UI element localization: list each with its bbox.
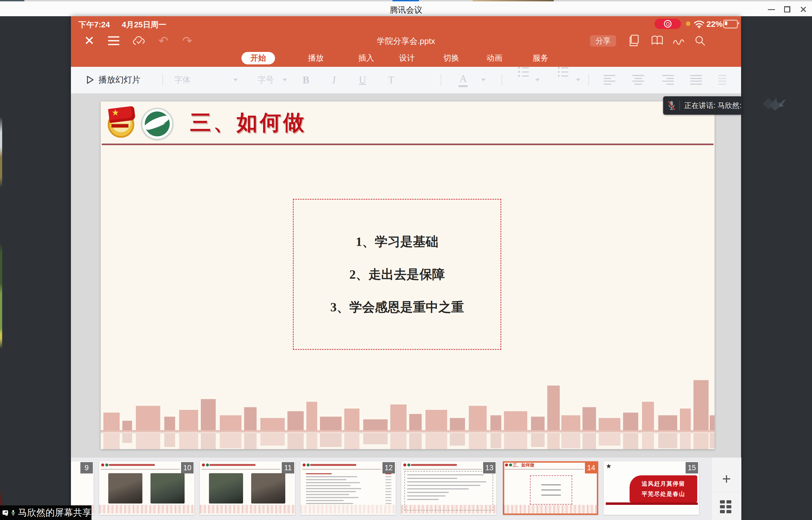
slide-point: 3、学会感恩是重中之重 (330, 299, 464, 316)
city-skyline-illustration (101, 375, 715, 449)
align-justify-button[interactable] (690, 67, 702, 93)
mini-title-bar (310, 464, 356, 466)
slide-heading: 三、如何做 (190, 108, 306, 137)
divider (502, 74, 502, 86)
align-right-button[interactable] (662, 67, 674, 93)
mini-quote-banner: 追风赶月莫停留 平芜尽处是春山 (630, 475, 697, 502)
chevron-down-icon[interactable] (481, 79, 486, 81)
slide-point: 2、走出去是保障 (350, 266, 445, 283)
align-left-button[interactable] (604, 67, 615, 93)
mini-title-bar (209, 464, 255, 466)
slide-number-badge: 12 (382, 462, 395, 473)
slide-number-badge: 13 (483, 462, 496, 473)
current-slide: ★ 三、如何做 1、学习是基础 2、走出去是保障 3、学会感恩是重中之重 (101, 101, 715, 449)
wifi-icon (693, 19, 705, 28)
tab-home[interactable]: 开始 (242, 52, 275, 64)
search-icon[interactable] (692, 31, 708, 50)
thumbnail-slide-15[interactable]: ★ 追风赶月莫停留 平芜尽处是春山 15 (604, 461, 699, 515)
tablet-statusbar: 下午7:24 4月25日周一 22% (71, 16, 741, 31)
mini-skyline (503, 505, 598, 514)
mini-logos-icon (303, 464, 310, 466)
chevron-down-icon[interactable] (233, 79, 238, 81)
thumbnail-slide-14-selected[interactable]: 三、如何做 14 (503, 461, 598, 515)
meeting-stage: 下午7:24 4月25日周一 22% ✕ (0, 16, 812, 520)
mini-skyline (401, 505, 497, 514)
bullet-list-button[interactable] (518, 67, 529, 93)
mic-active-icon (11, 508, 16, 518)
date: 4月25日周一 (122, 20, 166, 30)
slide-grid-view-button[interactable] (720, 500, 733, 513)
minimize-button[interactable] (765, 3, 777, 16)
screen-share-icon (2, 508, 9, 517)
mini-text-lines (306, 473, 391, 504)
thumbnail-slide-11[interactable]: 11 (200, 461, 295, 515)
copy-icon[interactable] (626, 31, 642, 50)
slide-number-badge: 14 (585, 462, 598, 473)
tab-design[interactable]: 设计 (395, 52, 418, 64)
font-color-button[interactable]: A (458, 67, 468, 93)
font-size-select[interactable]: 字号 (258, 67, 274, 93)
numbered-list-button[interactable] (558, 67, 568, 93)
battery-percent: 22% (706, 20, 723, 29)
window-title: 腾讯会议 (0, 5, 812, 16)
tencent-meeting-window: 腾讯会议 ✕ 下午7:24 4月25日周一 (0, 0, 812, 520)
mini-title-bar (109, 464, 155, 466)
thumbnail-slide-10[interactable]: 10 (99, 461, 194, 515)
chevron-down-icon[interactable] (535, 79, 540, 81)
slide-number-badge: 15 (686, 462, 698, 473)
divider (441, 74, 441, 86)
underline-button[interactable]: U (359, 67, 366, 93)
screen-share-label: 马欣然的屏幕共享 (0, 505, 92, 520)
superscript-button[interactable]: T (388, 67, 812, 93)
divider (588, 74, 589, 86)
tab-play[interactable]: 播放 (304, 52, 328, 64)
italic-button[interactable]: I (332, 67, 336, 93)
ink-pen-icon[interactable] (671, 31, 687, 50)
chevron-down-icon[interactable] (283, 79, 287, 81)
restore-button[interactable] (781, 3, 793, 16)
divider (162, 74, 163, 86)
chevron-down-icon[interactable] (576, 79, 580, 81)
ribbon-tabs: 开始 播放 插入 设计 切换 动画 服务 (71, 50, 741, 67)
tab-transition[interactable]: 切换 (439, 52, 463, 64)
mini-logos-icon (403, 464, 410, 466)
slide-number-badge: 11 (282, 462, 294, 473)
tab-animation[interactable]: 动画 (483, 52, 506, 64)
slide-point: 1、学习是基础 (356, 233, 438, 250)
shared-screen: 下午7:24 4月25日周一 22% ✕ (71, 16, 741, 520)
slide-canvas: ★ 三、如何做 1、学习是基础 2、走出去是保障 3、学会感恩是重中之重 (71, 93, 741, 457)
speaking-banner: 正在讲话: 马欣然: (663, 96, 742, 115)
mini-slide-title: 三、如何做 (513, 462, 534, 468)
slide-filmstrip: 9 10 11 (71, 457, 741, 520)
share-button[interactable]: 分享 (590, 35, 616, 47)
mini-skyline (99, 505, 194, 514)
window-titlebar: 腾讯会议 ✕ (0, 1, 812, 16)
orange-dot-icon (686, 21, 690, 26)
tab-service[interactable]: 服务 (529, 52, 552, 64)
align-center-button[interactable] (632, 67, 644, 93)
thumbnail-slide-12[interactable]: 12 (300, 461, 396, 515)
slide-text-box[interactable]: 1、学习是基础 2、走出去是保障 3、学会感恩是重中之重 (293, 199, 501, 350)
font-family-select[interactable]: 字体 (174, 67, 191, 93)
tab-insert[interactable]: 插入 (355, 52, 378, 64)
meeting-watermark-icon (761, 95, 791, 112)
mini-logos-icon (101, 464, 108, 466)
bold-button[interactable]: B (303, 67, 309, 93)
play-slideshow-button[interactable]: 播放幻灯片 (86, 67, 141, 93)
mini-logos-icon (505, 464, 512, 466)
clock: 下午7:24 (78, 20, 110, 30)
desktop-edge-sliver (0, 16, 2, 520)
mic-muted-icon (667, 100, 676, 111)
add-slide-button[interactable]: + (712, 465, 741, 492)
speaking-text: 正在讲话: 马欣然: (684, 101, 742, 110)
play-slideshow-label: 播放幻灯片 (99, 74, 141, 85)
star-logo-icon: ★ (606, 462, 612, 470)
wps-appbar: ✕ ↶ ↷ 学院分享会.pptx 分享 (71, 31, 741, 50)
close-window-button[interactable]: ✕ (797, 3, 809, 16)
banner-baseline (606, 502, 698, 505)
slide-number-badge: 10 (181, 462, 194, 473)
mini-logos-icon (202, 464, 209, 466)
thumbnail-slide-13[interactable]: 13 (401, 461, 497, 515)
line-spacing-button[interactable] (718, 67, 727, 93)
read-mode-icon[interactable] (649, 31, 665, 50)
